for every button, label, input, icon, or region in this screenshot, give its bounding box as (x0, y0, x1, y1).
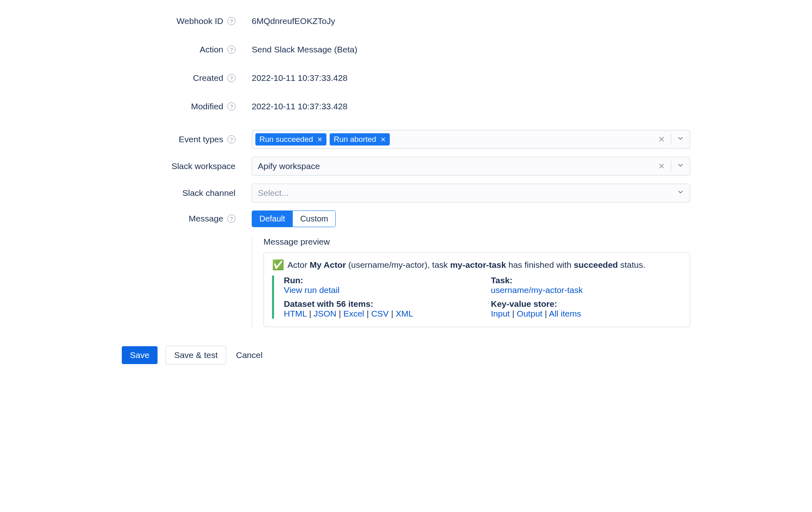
row-slack-workspace: Slack workspace Apify workspace ✕ (122, 157, 690, 176)
preview-col-right: Task: username/my-actor-task Key-value s… (491, 276, 682, 319)
row-action: Action ? Send Slack Message (Beta) (122, 45, 690, 54)
event-type-tag: Run succeeded ✕ (255, 133, 326, 145)
save-button[interactable]: Save (122, 346, 158, 364)
row-created: Created ? 2022-10-11 10:37:33.428 (122, 73, 690, 83)
help-icon[interactable]: ? (227, 215, 235, 223)
link-dataset-excel[interactable]: Excel (343, 309, 364, 318)
label-slack-workspace: Slack workspace (171, 161, 235, 171)
event-type-tag: Run aborted ✕ (330, 133, 390, 145)
cancel-button[interactable]: Cancel (234, 346, 264, 364)
message-mode-toggle: Default Custom (252, 210, 336, 227)
help-icon[interactable]: ? (227, 17, 235, 25)
slack-channel-select[interactable]: Select... (252, 184, 690, 202)
help-icon[interactable]: ? (227, 102, 235, 111)
value-modified: 2022-10-11 10:37:33.428 (252, 102, 348, 111)
link-dataset-json[interactable]: JSON (314, 309, 337, 318)
label-created: Created (193, 73, 223, 83)
preview-kvs-label: Key-value store: (491, 299, 682, 309)
link-dataset-html[interactable]: HTML (284, 309, 307, 318)
message-preview-title: Message preview (263, 237, 690, 247)
event-types-select[interactable]: Run succeeded ✕ Run aborted ✕ ✕ (252, 130, 690, 149)
label-event-types: Event types (179, 135, 223, 144)
divider (671, 161, 671, 171)
help-icon[interactable]: ? (227, 74, 235, 82)
check-icon: ✅ (272, 259, 284, 271)
clear-icon[interactable]: ✕ (658, 161, 665, 171)
link-view-run-detail[interactable]: View run detail (284, 285, 339, 295)
row-webhook-id: Webhook ID ? 6MQdnreufEOKZToJy (122, 16, 690, 26)
slack-channel-placeholder: Select... (255, 188, 677, 198)
value-action: Send Slack Message (Beta) (252, 45, 357, 54)
toggle-custom[interactable]: Custom (292, 211, 335, 227)
label-action: Action (200, 45, 223, 54)
divider (671, 134, 671, 145)
link-kvs-all-items[interactable]: All items (549, 309, 581, 318)
preview-body: Run: View run detail Dataset with 56 ite… (272, 276, 682, 319)
row-message: Message ? Default Custom Message preview… (122, 210, 690, 327)
preview-run-label: Run: (284, 276, 475, 285)
preview-header: ✅ Actor My Actor (username/my-actor), ta… (272, 259, 682, 271)
message-preview-card: ✅ Actor My Actor (username/my-actor), ta… (263, 252, 690, 327)
save-and-test-button[interactable]: Save & test (166, 346, 226, 364)
row-modified: Modified ? 2022-10-11 10:37:33.428 (122, 102, 690, 111)
link-dataset-csv[interactable]: CSV (371, 309, 389, 318)
chevron-down-icon[interactable] (677, 188, 684, 198)
slack-workspace-select[interactable]: Apify workspace ✕ (252, 157, 690, 176)
webhook-form: Webhook ID ? 6MQdnreufEOKZToJy Action ? … (122, 16, 690, 364)
link-dataset-xml[interactable]: XML (396, 309, 413, 318)
link-kvs-output[interactable]: Output (517, 309, 542, 318)
label-slack-channel: Slack channel (182, 188, 235, 198)
label-modified: Modified (191, 102, 223, 111)
help-icon[interactable]: ? (227, 135, 235, 143)
clear-icon[interactable]: ✕ (658, 135, 665, 144)
remove-tag-icon[interactable]: ✕ (317, 136, 322, 143)
preview-task-label: Task: (491, 276, 682, 285)
label-webhook-id: Webhook ID (177, 16, 223, 26)
preview-col-left: Run: View run detail Dataset with 56 ite… (284, 276, 475, 319)
value-webhook-id: 6MQdnreufEOKZToJy (252, 16, 335, 26)
preview-dataset-label: Dataset with 56 items: (284, 299, 475, 309)
message-preview-section: Message preview ✅ Actor My Actor (userna… (252, 237, 690, 327)
link-kvs-input[interactable]: Input (491, 309, 510, 318)
toggle-default[interactable]: Default (252, 211, 292, 227)
slack-workspace-value: Apify workspace (255, 161, 658, 171)
help-icon[interactable]: ? (227, 46, 235, 54)
row-slack-channel: Slack channel Select... (122, 184, 690, 202)
value-created: 2022-10-11 10:37:33.428 (252, 73, 348, 83)
link-task[interactable]: username/my-actor-task (491, 285, 583, 295)
chevron-down-icon[interactable] (677, 161, 684, 171)
footer-actions: Save Save & test Cancel (122, 346, 690, 364)
label-message: Message (189, 214, 223, 223)
remove-tag-icon[interactable]: ✕ (380, 136, 386, 143)
chevron-down-icon[interactable] (677, 135, 684, 144)
row-event-types: Event types ? Run succeeded ✕ Run aborte… (122, 130, 690, 149)
